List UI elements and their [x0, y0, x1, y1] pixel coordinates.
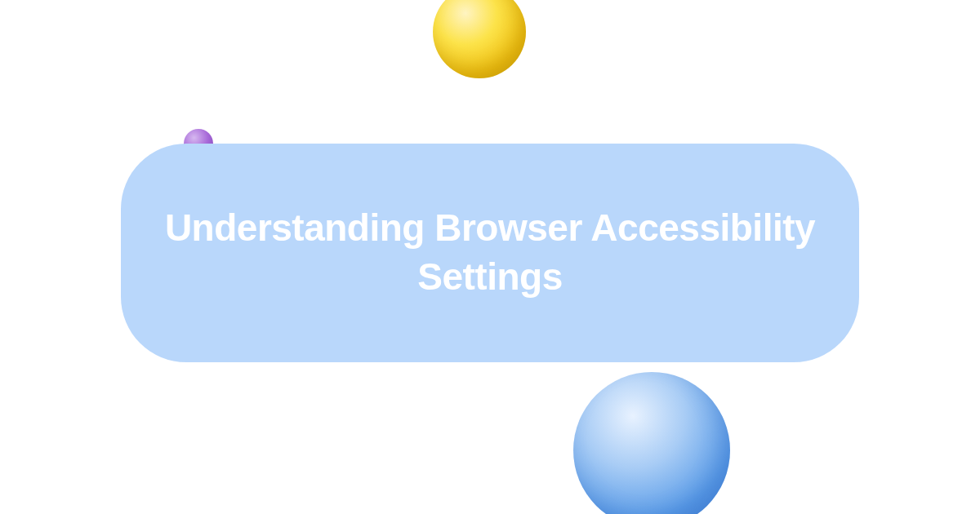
decorative-orb-blue	[573, 372, 730, 514]
page-title: Understanding Browser Accessibility Sett…	[162, 204, 818, 302]
title-card: Understanding Browser Accessibility Sett…	[121, 144, 859, 362]
decorative-orb-yellow	[433, 0, 526, 78]
